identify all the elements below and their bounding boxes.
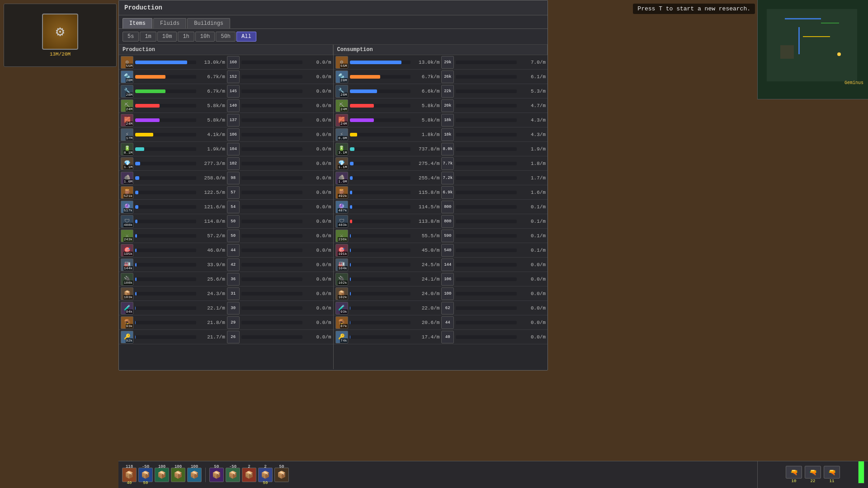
factory-icon[interactable]: 57	[227, 186, 240, 199]
factory-icon[interactable]: 540	[441, 244, 454, 257]
factory-icon[interactable]: 36	[227, 273, 240, 286]
production-rows[interactable]: ⚙55M13.0k/m1600.0/m🔩28M6.7k/m1520.0/m🔧28…	[119, 55, 333, 369]
consumption-row[interactable]: 🔋3.1M737.8/m8.0k1.9/m	[334, 142, 548, 156]
toolbar-slot[interactable]: 50📦	[209, 468, 224, 482]
filter-5s[interactable]: 5s	[123, 32, 139, 42]
toolbar-slot[interactable]: 100📦	[171, 468, 185, 482]
factory-icon[interactable]: 18k	[441, 114, 454, 127]
factory-icon[interactable]: 29	[227, 316, 240, 329]
weapon-icon[interactable]: 🔫	[786, 466, 802, 479]
factory-icon[interactable]: 50	[227, 215, 240, 228]
toolbar-slot[interactable]: -50📦	[226, 468, 240, 482]
consumption-row[interactable]: 🧪93k22.0/m620.0/m	[334, 301, 548, 315]
factory-icon[interactable]: 104	[227, 143, 240, 155]
factory-icon[interactable]: 18k	[441, 128, 454, 141]
production-row[interactable]: 🔩28M6.7k/m1520.0/m	[119, 70, 333, 84]
tab-fluids[interactable]: Fluids	[153, 18, 186, 28]
factory-icon[interactable]: 26	[227, 331, 240, 343]
toolbar-slot[interactable]: 118📦40	[122, 468, 137, 482]
consumption-row[interactable]: ⛏24M5.8k/m20k4.7/m	[334, 99, 548, 113]
factory-icon[interactable]: 98	[227, 172, 240, 184]
weapon-icon[interactable]: 🔫	[824, 466, 840, 479]
filter-10m[interactable]: 10m	[157, 32, 177, 42]
production-row[interactable]: ⚡17M4.1k/m1060.0/m	[119, 127, 333, 142]
consumption-row[interactable]: 🔧28M6.6k/m22k5.3/m	[334, 84, 548, 99]
factory-icon[interactable]: 42	[227, 258, 240, 271]
production-row[interactable]: 🧱24M5.8k/m1370.0/m	[119, 113, 333, 127]
factory-icon[interactable]: 62	[441, 302, 454, 314]
production-row[interactable]: 🔮517k121.6/m540.0/m	[119, 200, 333, 214]
factory-icon[interactable]: 140	[227, 99, 240, 112]
tab-buildings[interactable]: Buildings	[187, 18, 230, 28]
toolbar-slot[interactable]: 50📦	[274, 468, 289, 482]
factory-icon[interactable]: 160	[227, 56, 240, 69]
production-row[interactable]: ⛏24M5.8k/m1400.0/m	[119, 99, 333, 113]
factory-icon[interactable]: 20k	[441, 99, 454, 112]
factory-icon[interactable]: 22k	[441, 85, 454, 98]
production-row[interactable]: 📦103k24.3/m310.0/m	[119, 286, 333, 301]
factory-icon[interactable]: 100	[441, 287, 454, 300]
consumption-row[interactable]: ⚡8.0M1.8k/m18k4.3/m	[334, 127, 548, 142]
consumption-row[interactable]: 🧱24M5.8k/m18k4.3/m	[334, 113, 548, 127]
consumption-rows[interactable]: ⚙55M13.0k/m29k7.0/m🔩28M6.7k/m26k6.1/m🔧28…	[334, 55, 548, 369]
consumption-row[interactable]: 🪤87k20.6/m440.0/m	[334, 315, 548, 330]
production-row[interactable]: 💎1.1M277.3/m1020.0/m	[119, 156, 333, 171]
production-row[interactable]: 🧪94k22.1/m300.0/m	[119, 301, 333, 315]
factory-icon[interactable]: 106	[441, 273, 454, 286]
factory-icon[interactable]: 26k	[441, 70, 454, 83]
filter-1h[interactable]: 1h	[178, 32, 194, 42]
consumption-row[interactable]: 🪵492k115.8/m6.9k1.6/m	[334, 185, 548, 200]
factory-icon[interactable]: 44	[227, 244, 240, 257]
factory-icon[interactable]: 29k	[441, 56, 454, 69]
production-row[interactable]: 🪤93k21.8/m290.0/m	[119, 315, 333, 330]
toolbar-slot[interactable]: -50📦50	[138, 468, 153, 482]
factory-icon[interactable]: 8.0k	[441, 143, 454, 155]
factory-icon[interactable]: 137	[227, 114, 240, 127]
factory-icon[interactable]: 6.9k	[441, 186, 454, 199]
production-row[interactable]: 🔧28M6.7k/m1450.0/m	[119, 84, 333, 99]
weapon-icon[interactable]: 🔫	[805, 466, 821, 479]
toolbar-slot[interactable]: 100📦	[155, 468, 169, 482]
toolbar-slot[interactable]: 100📦	[187, 468, 202, 482]
consumption-row[interactable]: 🔑74k17.4/m400.0/m	[334, 330, 548, 344]
factory-icon[interactable]: 102	[227, 157, 240, 170]
factory-icon[interactable]: 144	[441, 258, 454, 271]
toolbar-slot[interactable]: 2📦50	[258, 468, 273, 482]
production-row[interactable]: 🪨1.0M258.0/m980.0/m	[119, 171, 333, 185]
consumption-row[interactable]: 💎1.1M275.4/m7.7k1.8/m	[334, 156, 548, 171]
tab-items[interactable]: Items	[123, 18, 152, 28]
toolbar-slot[interactable]: 2📦	[242, 468, 256, 482]
consumption-row[interactable]: 🎯191k45.0/m5400.1/m	[334, 243, 548, 258]
factory-icon[interactable]: 50	[227, 230, 240, 242]
factory-icon[interactable]: 152	[227, 70, 240, 83]
filter-50h[interactable]: 50h	[216, 32, 236, 42]
production-row[interactable]: ⚔243k57.2/m500.0/m	[119, 229, 333, 243]
consumption-row[interactable]: ⚔236k55.5/m5900.1/m	[334, 229, 548, 243]
consumption-row[interactable]: 🪨1.0M255.4/m7.2k1.7/m	[334, 171, 548, 185]
consumption-row[interactable]: 🔮487k114.5/m8000.1/m	[334, 200, 548, 214]
factory-icon[interactable]: 30	[227, 302, 240, 314]
production-row[interactable]: 🪵521k122.5/m570.0/m	[119, 185, 333, 200]
factory-icon[interactable]: 7.2k	[441, 172, 454, 184]
consumption-row[interactable]: 📦102k24.0/m1000.0/m	[334, 286, 548, 301]
consumption-row[interactable]: 🔩28M6.7k/m26k6.1/m	[334, 70, 548, 84]
factory-icon[interactable]: 590	[441, 230, 454, 242]
consumption-row[interactable]: 🔌102k24.1/m1060.0/m	[334, 272, 548, 286]
factory-icon[interactable]: 54	[227, 201, 240, 213]
consumption-row[interactable]: 🏭104k24.5/m1440.0/m	[334, 258, 548, 272]
production-row[interactable]: 🔋8.1M1.9k/m1040.0/m	[119, 142, 333, 156]
factory-icon[interactable]: 31	[227, 287, 240, 300]
consumption-row[interactable]: 🛡483k113.8/m8000.1/m	[334, 214, 548, 229]
production-row[interactable]: 🛡488k114.8/m500.0/m	[119, 214, 333, 229]
minimap[interactable]: Geminus	[757, 0, 868, 99]
production-row[interactable]: 🔌108k25.6/m360.0/m	[119, 272, 333, 286]
factory-icon[interactable]: 7.7k	[441, 157, 454, 170]
production-row[interactable]: ⚙55M13.0k/m1600.0/m	[119, 55, 333, 70]
factory-icon[interactable]: 40	[441, 331, 454, 343]
filter-10h[interactable]: 10h	[195, 32, 215, 42]
production-row[interactable]: 🏭144k33.9/m420.0/m	[119, 258, 333, 272]
factory-icon[interactable]: 44	[441, 316, 454, 329]
filter-1m[interactable]: 1m	[140, 32, 156, 42]
factory-icon[interactable]: 145	[227, 85, 240, 98]
production-row[interactable]: 🎯195k46.0/m440.0/m	[119, 243, 333, 258]
